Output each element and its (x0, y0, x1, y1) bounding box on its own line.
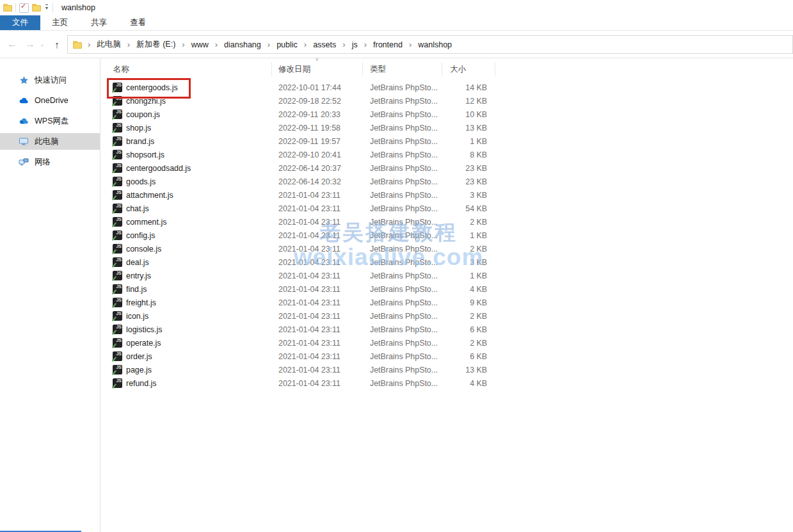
file-type-cell: JetBrains PhpSto... (363, 285, 442, 294)
file-date-cell: 2021-01-04 23:11 (272, 245, 363, 254)
breadcrumb-chevron-icon: › (338, 40, 349, 49)
table-row[interactable]: JS✓shopsort.js2022-09-10 20:41JetBrains … (100, 148, 793, 161)
table-row[interactable]: JS✓freight.js2021-01-04 23:11JetBrains P… (100, 296, 793, 309)
table-row[interactable]: JS✓shop.js2022-09-11 19:58JetBrains PhpS… (100, 121, 793, 134)
table-row[interactable]: JS✓coupon.js2022-09-11 20:33JetBrains Ph… (100, 108, 793, 121)
tab-file[interactable]: 文件 (0, 15, 40, 30)
column-header-name[interactable]: 名称 (100, 62, 272, 76)
table-row[interactable]: JS✓brand.js2022-09-11 19:57JetBrains Php… (100, 134, 793, 148)
file-name: config.js (126, 231, 155, 240)
recent-locations-chevron-icon[interactable]: ⌄ (37, 31, 47, 58)
sidebar-item-onedrive[interactable]: OneDrive (0, 92, 100, 109)
breadcrumb-item[interactable]: 新加卷 (E:) (134, 39, 177, 50)
table-row[interactable]: JS✓comment.js2021-01-04 23:11JetBrains P… (100, 215, 793, 229)
file-date-cell: 2021-01-04 23:11 (272, 298, 363, 307)
file-date-cell: 2021-01-04 23:11 (272, 258, 363, 267)
table-row[interactable]: JS✓console.js2021-01-04 23:11JetBrains P… (100, 242, 793, 255)
version-check-icon: ✓ (111, 248, 118, 256)
table-row[interactable]: JS✓centergoods.js2022-10-01 17:44JetBrai… (100, 81, 793, 94)
sidebar-item-[interactable]: 快速访问 (0, 72, 100, 88)
table-row[interactable]: JS✓goods.js2022-06-14 20:32JetBrains Php… (100, 175, 793, 188)
file-type-cell: JetBrains PhpSto... (363, 312, 442, 321)
column-header-size[interactable]: 大小 (442, 62, 495, 76)
table-row[interactable]: JS✓entry.js2021-01-04 23:11JetBrains Php… (100, 269, 793, 282)
file-date-cell: 2022-09-10 20:41 (272, 150, 363, 159)
tab-view[interactable]: 查看 (118, 15, 157, 30)
breadcrumb-item[interactable]: www (189, 40, 211, 49)
file-size-cell: 9 KB (442, 298, 495, 307)
up-icon[interactable]: ↑ (49, 31, 65, 58)
file-date-cell: 2021-01-04 23:11 (272, 191, 363, 200)
version-check-icon: ✓ (111, 181, 118, 189)
tab-share[interactable]: 共享 (79, 15, 118, 30)
column-header-type[interactable]: 类型 (363, 62, 442, 76)
table-row[interactable]: JS✓operate.js2021-01-04 23:11JetBrains P… (100, 336, 793, 350)
file-type-cell: JetBrains PhpSto... (363, 177, 442, 186)
version-check-icon: ✓ (111, 194, 118, 202)
version-check-icon: ✓ (111, 140, 118, 149)
js-file-icon: JS✓ (113, 230, 122, 240)
breadcrumb-item[interactable]: frontend (371, 40, 405, 49)
table-row[interactable]: JS✓icon.js2021-01-04 23:11JetBrains PhpS… (100, 309, 793, 323)
table-row[interactable]: JS✓centergoodsadd.js2022-06-14 20:37JetB… (100, 161, 793, 175)
file-name-cell: JS✓refund.js (100, 378, 272, 388)
file-rows: JS✓centergoods.js2022-10-01 17:44JetBrai… (100, 81, 793, 390)
forward-icon[interactable]: → (22, 31, 38, 58)
customize-toolbar-chevron-icon[interactable]: ▾ (45, 4, 48, 11)
table-row[interactable]: JS✓chat.js2021-01-04 23:11JetBrains PhpS… (100, 202, 793, 215)
file-date-cell: 2022-06-14 20:37 (272, 164, 363, 173)
file-name-cell: JS✓attachment.js (100, 190, 272, 200)
file-date-cell: 2021-01-04 23:11 (272, 379, 363, 388)
js-file-icon: JS✓ (113, 311, 122, 321)
file-name: centergoodsadd.js (126, 164, 191, 173)
sidebar-item-[interactable]: 网络 (0, 154, 100, 170)
version-check-icon: ✓ (111, 86, 118, 95)
file-name: find.js (126, 285, 147, 294)
breadcrumb-chevron-icon: › (211, 40, 222, 49)
file-type-cell: JetBrains PhpSto... (363, 110, 442, 119)
table-row[interactable]: JS✓chongzhi.js2022-09-18 22:52JetBrains … (100, 94, 793, 108)
file-size-cell: 23 KB (442, 177, 495, 186)
address-bar[interactable]: ›此电脑›新加卷 (E:)›www›dianshang›public›asset… (67, 35, 793, 54)
tab-home[interactable]: 主页 (40, 15, 79, 30)
file-name: deal.js (126, 258, 149, 267)
ribbon-tabbar: 文件 主页 共享 查看 (0, 15, 793, 31)
sidebar-item-label: 网络 (35, 157, 51, 168)
table-row[interactable]: JS✓find.js2021-01-04 23:11JetBrains PhpS… (100, 282, 793, 296)
table-row[interactable]: JS✓config.js2021-01-04 23:11JetBrains Ph… (100, 229, 793, 242)
sort-descending-icon: ˅ (316, 56, 319, 63)
file-name: shop.js (126, 124, 151, 133)
file-name: page.js (126, 366, 152, 375)
file-name-cell: JS✓chat.js (100, 204, 272, 213)
table-row[interactable]: JS✓order.js2021-01-04 23:11JetBrains Php… (100, 350, 793, 363)
file-name: attachment.js (126, 191, 173, 200)
file-name-cell: JS✓coupon.js (100, 109, 272, 119)
version-check-icon: ✓ (111, 328, 118, 337)
star-icon (19, 75, 29, 85)
file-date-cell: 2022-09-11 19:58 (272, 124, 363, 133)
table-row[interactable]: JS✓page.js2021-01-04 23:11JetBrains PhpS… (100, 363, 793, 376)
properties-icon[interactable] (19, 3, 29, 13)
file-date-cell: 2021-01-04 23:11 (272, 218, 363, 227)
sidebar-item-wps[interactable]: WPS网盘 (0, 113, 100, 129)
table-row[interactable]: JS✓attachment.js2021-01-04 23:11JetBrain… (100, 188, 793, 202)
new-folder-icon[interactable] (32, 4, 41, 12)
sidebar-item-[interactable]: 此电脑 (0, 133, 100, 150)
file-name: icon.js (126, 312, 148, 321)
column-header-date[interactable]: 修改日期˅ (272, 62, 363, 76)
breadcrumb-item[interactable]: assets (311, 40, 338, 49)
breadcrumb-item[interactable]: dianshang (222, 40, 263, 49)
file-size-cell: 13 KB (442, 366, 495, 375)
version-check-icon: ✓ (111, 261, 118, 270)
table-row[interactable]: JS✓refund.js2021-01-04 23:11JetBrains Ph… (100, 376, 793, 390)
file-type-cell: JetBrains PhpSto... (363, 258, 442, 267)
network-icon (19, 157, 29, 167)
table-row[interactable]: JS✓deal.js2021-01-04 23:11JetBrains PhpS… (100, 255, 793, 269)
table-row[interactable]: JS✓logistics.js2021-01-04 23:11JetBrains… (100, 323, 793, 336)
breadcrumb-item[interactable]: wanlshop (416, 40, 454, 49)
breadcrumb-item[interactable]: js (350, 40, 360, 49)
file-name-cell: JS✓icon.js (100, 311, 272, 321)
breadcrumb-item[interactable]: public (275, 40, 300, 49)
back-icon[interactable]: ← (4, 31, 20, 58)
breadcrumb-item[interactable]: 此电脑 (95, 39, 123, 50)
